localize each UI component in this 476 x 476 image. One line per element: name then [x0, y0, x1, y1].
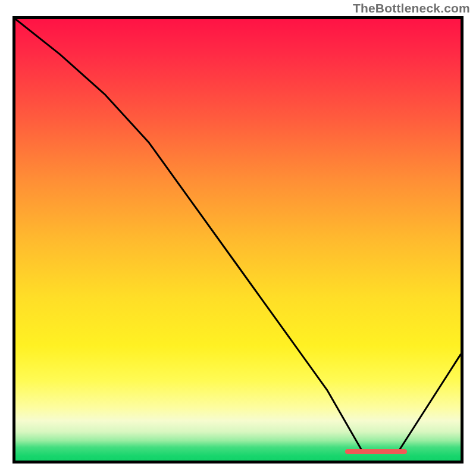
- watermark-text: TheBottleneck.com: [353, 1, 470, 15]
- plateau-marker: [345, 449, 408, 454]
- bottleneck-curve: [15, 19, 461, 461]
- chart-plot-area: [12, 16, 464, 464]
